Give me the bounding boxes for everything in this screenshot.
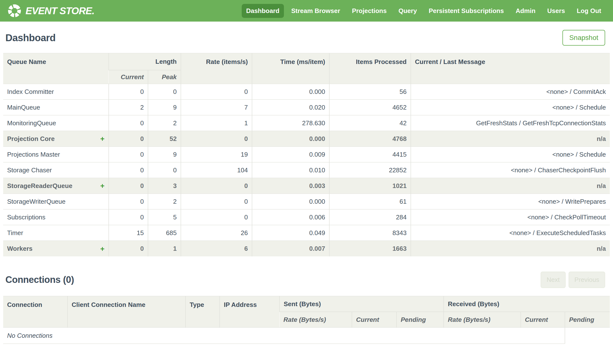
queue-name-cell: Projection Core+: [3, 131, 109, 147]
nav-item-dashboard[interactable]: Dashboard: [242, 4, 284, 18]
queue-message: <none> / ExecuteScheduledTasks: [411, 225, 610, 241]
nav-item-stream-browser[interactable]: Stream Browser: [287, 4, 344, 18]
nav-item-log-out[interactable]: Log Out: [572, 4, 606, 18]
queue-row-monitoringqueue: MonitoringQueue021278.63042GetFreshStats…: [3, 115, 610, 131]
queue-name-cell: Workers+: [3, 241, 109, 256]
queue-name: MonitoringQueue: [7, 119, 56, 127]
queue-name: StorageWriterQueue: [7, 198, 66, 205]
queue-current: 0: [109, 241, 148, 256]
queue-time: 0.009: [252, 147, 329, 162]
queue-name: MainQueue: [7, 104, 40, 111]
col-header-sent-bytes: Sent (Bytes): [280, 296, 444, 312]
nav-item-users[interactable]: Users: [543, 4, 569, 18]
queue-name-cell: MainQueue: [3, 100, 109, 115]
queue-items-processed: 284: [329, 209, 411, 225]
no-connections-row: No Connections: [3, 327, 610, 344]
queue-peak: 52: [148, 131, 181, 147]
nav-item-admin[interactable]: Admin: [511, 4, 540, 18]
nav-item-persistent-subscriptions[interactable]: Persistent Subscriptions: [424, 4, 508, 18]
queue-time: 0.020: [252, 100, 329, 115]
queue-items-processed: 1663: [329, 241, 411, 256]
queue-name: Projections Master: [7, 151, 60, 158]
connections-title: Connections (0): [5, 274, 74, 285]
queue-current: 0: [109, 84, 148, 100]
col-header-message: Current / Last Message: [411, 53, 610, 84]
queue-current: 0: [109, 178, 148, 194]
queue-message: <none> / CheckPollTimeout: [411, 209, 610, 225]
no-connections-message: No Connections: [3, 327, 565, 344]
queue-items-processed: 4652: [329, 100, 411, 115]
queue-name-cell: Projections Master: [3, 147, 109, 162]
queue-rate: 6: [181, 241, 252, 256]
col-header-queue-name: Queue Name: [3, 53, 109, 84]
queue-current: 0: [109, 194, 148, 209]
nav-item-projections[interactable]: Projections: [347, 4, 391, 18]
brand: EVENT STORE.: [7, 4, 95, 18]
col-header-items-processed: Items Processed: [329, 53, 411, 84]
col-header-peak: Peak: [148, 70, 181, 84]
col-header-type: Type: [186, 296, 220, 327]
connections-table-header: Connection Client Connection Name Type I…: [3, 296, 610, 327]
col-header-ip-address: IP Address: [220, 296, 280, 327]
queue-current: 15: [109, 225, 148, 241]
queue-name: Timer: [7, 229, 23, 237]
brand-name: EVENT STORE.: [26, 5, 95, 16]
queue-name: Storage Chaser: [7, 167, 52, 174]
queues-table: Queue Name Length Rate (items/s) Time (m…: [3, 53, 610, 256]
queue-message: <none> / WritePrepares: [411, 194, 610, 209]
snapshot-button[interactable]: Snapshot: [562, 30, 605, 46]
expand-plus-icon[interactable]: +: [100, 245, 105, 252]
queue-name-cell: StorageWriterQueue: [3, 194, 109, 209]
queues-table-body: Index Committer0000.00056<none> / Commit…: [3, 84, 610, 256]
col-header-received-current: Current: [521, 312, 565, 327]
queue-items-processed: 1021: [329, 178, 411, 194]
queue-message: n/a: [411, 131, 610, 147]
queue-message: <none> / CommitAck: [411, 84, 610, 100]
queue-row-storagereaderqueue: StorageReaderQueue+0300.0031021n/a: [3, 178, 610, 194]
queue-row-projection-core: Projection Core+05200.0004768n/a: [3, 131, 610, 147]
col-header-received-rate: Rate (Bytes/s): [444, 312, 521, 327]
queue-items-processed: 22852: [329, 162, 411, 178]
queue-rate: 0: [181, 131, 252, 147]
queue-message: GetFreshStats / GetFreshTcpConnectionSta…: [411, 115, 610, 131]
queue-name: Workers: [7, 245, 33, 252]
event-store-logo-icon: [7, 4, 22, 18]
queue-message: <none> / Schedule: [411, 147, 610, 162]
expand-plus-icon[interactable]: +: [100, 135, 105, 143]
next-button[interactable]: Next: [541, 272, 565, 288]
queue-current: 0: [109, 209, 148, 225]
queue-rate: 0: [181, 194, 252, 209]
queue-current: 0: [109, 147, 148, 162]
col-header-received-bytes: Received (Bytes): [444, 296, 610, 312]
queue-peak: 2: [148, 115, 181, 131]
queue-items-processed: 4768: [329, 131, 411, 147]
queue-peak: 685: [148, 225, 181, 241]
col-header-current: Current: [109, 70, 148, 84]
queue-items-processed: 61: [329, 194, 411, 209]
queue-time: 278.630: [252, 115, 329, 131]
queue-current: 0: [109, 131, 148, 147]
queue-row-storagewriterqueue: StorageWriterQueue0200.00061<none> / Wri…: [3, 194, 610, 209]
nav-item-query[interactable]: Query: [394, 4, 421, 18]
queues-table-header: Queue Name Length Rate (items/s) Time (m…: [3, 53, 610, 84]
queue-time: 0.007: [252, 241, 329, 256]
queue-peak: 9: [148, 100, 181, 115]
queue-row-timer: Timer15685260.0498343<none> / ExecuteSch…: [3, 225, 610, 241]
queue-peak: 3: [148, 178, 181, 194]
main-content: Dashboard Snapshot Queue Name Length Rat…: [0, 22, 613, 344]
queue-peak: 9: [148, 147, 181, 162]
queue-rate: 0: [181, 178, 252, 194]
previous-button[interactable]: Previous: [569, 272, 605, 288]
col-header-received-pending: Pending: [565, 312, 610, 327]
connections-table-body: No Connections: [3, 327, 610, 344]
queue-name-cell: StorageReaderQueue+: [3, 178, 109, 194]
queue-current: 0: [109, 115, 148, 131]
queue-name: Subscriptions: [7, 213, 45, 221]
queue-name: StorageReaderQueue: [7, 182, 72, 190]
page-head: Dashboard Snapshot: [0, 22, 613, 53]
queue-rate: 1: [181, 115, 252, 131]
queue-rate: 7: [181, 100, 252, 115]
queue-peak: 0: [148, 162, 181, 178]
queue-message: <none> / Schedule: [411, 100, 610, 115]
expand-plus-icon[interactable]: +: [100, 182, 105, 189]
